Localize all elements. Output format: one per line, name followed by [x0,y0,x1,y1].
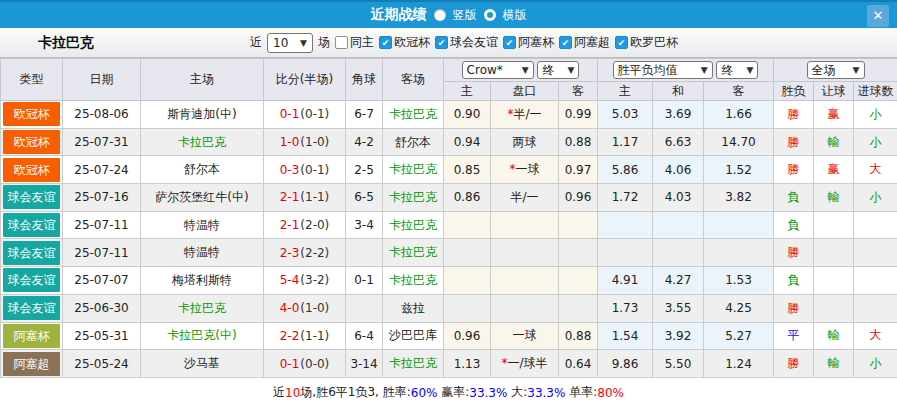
league-badge: 球会友谊 [3,296,60,320]
home-team: 卡拉巴克 [178,301,226,315]
sub-header-euro-draw: 和 [653,82,704,101]
league-badge: 阿塞超 [3,352,60,376]
goals-result-cell: 大 [854,156,897,184]
asian-home-odds-cell: 0.85 [444,156,491,184]
date-cell: 25-07-11 [63,239,141,267]
away-team: 舒尔本 [395,135,431,149]
euro-home-odds-cell [598,239,653,267]
horizontal-layout-label[interactable]: 横版 [503,7,527,24]
checkbox-icon[interactable]: ✔ [559,36,572,49]
league-filter[interactable]: ✔欧冠杯 [379,34,430,51]
checkbox-icon[interactable]: ✔ [379,36,392,49]
corners-cell: 3-4 [346,211,383,239]
euro-draw-odds-cell: 4.06 [653,156,704,184]
league-filter[interactable]: ✔阿塞杯 [503,34,554,51]
table-row: 欧冠杯25-07-31卡拉巴克1-0(1-0)4-2舒尔本0.94两球0.881… [1,128,897,156]
asian-company-select[interactable]: Crow* ▼ [462,61,534,79]
asian-away-odds-cell: 0.99 [559,101,598,129]
asian-home-odds-cell: 0.86 [444,184,491,212]
summary-segment: 10 [285,386,300,400]
home-team-cell: 卡拉巴克 [141,128,264,156]
checkbox-icon[interactable]: ✔ [615,36,628,49]
halftime-score: (1-0) [300,301,329,315]
asian-home-odds-cell: 0.94 [444,128,491,156]
fulltime-score: 5-4 [280,273,300,287]
table-row: 球会友谊25-06-30卡拉巴克4-0(1-0)兹拉1.733.554.25勝 [1,294,897,322]
fulltime-score: 0-3 [280,163,300,177]
away-team-cell: 卡拉巴克 [383,156,444,184]
home-team-cell: 特温特 [141,239,264,267]
asian-line-cell: *一/球半 [491,350,559,378]
euro-draw-odds-cell [653,211,704,239]
league-filter-label: 欧冠杯 [394,34,430,51]
goals-result-cell: 小 [854,184,897,212]
corners-cell: 2-5 [346,156,383,184]
home-team: 舒尔本 [184,162,220,176]
corners-cell: 3-14 [346,350,383,378]
vertical-layout-label[interactable]: 竖版 [453,7,477,24]
league-filter[interactable]: ✔阿塞超 [559,34,610,51]
home-team-cell: 卡拉巴克 [141,294,264,322]
league-cell: 阿塞杯 [1,322,63,350]
date-cell: 25-05-31 [63,322,141,350]
col-header-away: 客场 [383,59,444,101]
score-cell: 0-3(0-1) [264,156,346,184]
panel-title: 近期战绩 [371,6,427,24]
table-row: 阿塞杯25-05-31卡拉巴克(中)2-2(1-1)6-4沙巴巴库0.96一球0… [1,322,897,350]
matches-count-select[interactable]: 10 ▼ [267,33,313,53]
table-row: 欧冠杯25-08-06斯肯迪加(中)0-1(0-1)6-7卡拉巴克0.90*半/… [1,101,897,129]
fulltime-score: 0-1 [280,357,300,371]
away-team-cell: 兹拉 [383,294,444,322]
summary-segment: 60% [411,386,438,400]
result-cell: 負 [774,211,814,239]
euro-draw-odds-cell: 4.27 [653,267,704,295]
home-team-cell: 卡拉巴克(中) [141,322,264,350]
same-home-filter[interactable]: 同主 [335,34,374,51]
chevron-down-icon: ▼ [567,65,574,75]
checkbox-icon[interactable]: ✔ [503,36,516,49]
asian-home-odds-cell [444,211,491,239]
summary-segment: 33.3% [527,386,565,400]
result-cell: 勝 [774,101,814,129]
away-team: 卡拉巴克 [389,162,437,176]
euro-home-odds-cell: 1.17 [598,128,653,156]
euro-odds-header: 胜平负均值 ▼ 终 ▼ [598,59,774,82]
matches-unit-label: 场 [318,34,330,51]
league-filter[interactable]: ✔欧罗巴杯 [615,34,678,51]
league-cell: 球会友谊 [1,294,63,322]
result-cell: 勝 [774,350,814,378]
euro-stage-select[interactable]: 终 ▼ [716,61,758,79]
away-team: 卡拉巴克 [389,273,437,287]
horizontal-layout-radio-icon[interactable] [484,9,496,21]
league-cell: 球会友谊 [1,211,63,239]
asian-away-odds-cell: 0.88 [559,322,598,350]
asterisk-mark: * [507,107,513,121]
corners-cell: 6-7 [346,101,383,129]
col-header-league: 类型 [1,59,63,101]
score-cell: 5-4(3-2) [264,267,346,295]
home-team: 梅塔利斯特 [172,273,232,287]
handicap-result-cell: 輸 [814,350,854,378]
summary-segment: 赢率: [437,384,469,401]
league-filter[interactable]: ✔球会友谊 [435,34,498,51]
asian-stage-select[interactable]: 终 ▼ [537,61,579,79]
euro-draw-odds-cell: 3.55 [653,294,704,322]
scope-select[interactable]: 全场 ▼ [807,61,865,79]
date-cell: 25-07-24 [63,156,141,184]
chevron-down-icon: ▼ [701,65,708,75]
away-team: 卡拉巴克 [389,245,437,259]
score-cell: 0-1(0-1) [264,101,346,129]
vertical-layout-radio-icon[interactable] [434,9,446,21]
euro-company-select[interactable]: 胜平负均值 ▼ [613,61,713,79]
league-filter-label: 阿塞杯 [518,34,554,51]
away-team-cell: 沙巴巴库 [383,322,444,350]
close-icon[interactable]: ✕ [867,5,889,27]
league-cell: 球会友谊 [1,267,63,295]
chevron-down-icon: ▼ [853,65,860,75]
checkbox-icon[interactable] [335,36,348,49]
asian-home-odds-cell [444,267,491,295]
checkbox-icon[interactable]: ✔ [435,36,448,49]
results-tbody: 欧冠杯25-08-06斯肯迪加(中)0-1(0-1)6-7卡拉巴克0.90*半/… [1,101,897,378]
result-cell: 勝 [774,294,814,322]
handicap-result-cell [814,211,854,239]
